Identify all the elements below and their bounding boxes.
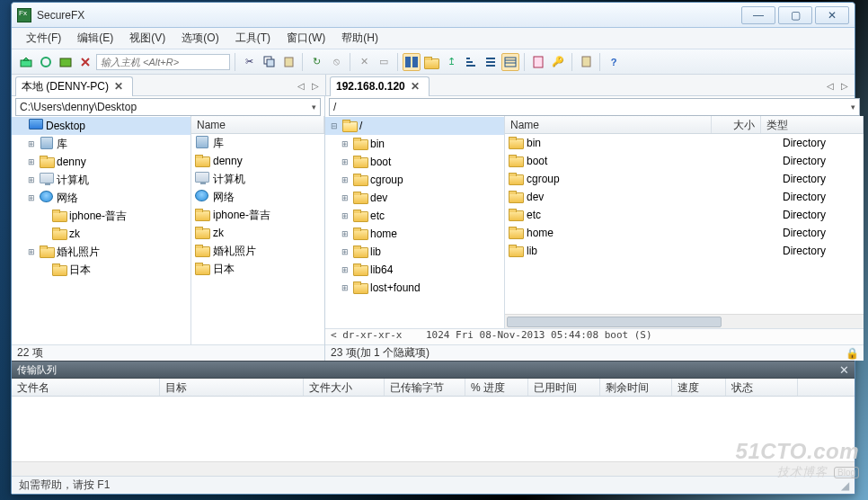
- tb-quick-connect-icon[interactable]: [17, 53, 35, 71]
- tree-node[interactable]: ⊞ bin: [325, 135, 504, 153]
- tb-session-icon[interactable]: [57, 53, 75, 71]
- tree-node[interactable]: ⊞ 计算机: [12, 171, 190, 189]
- transfer-queue-hscrollbar[interactable]: [12, 461, 855, 476]
- column-size[interactable]: 大小: [712, 116, 761, 133]
- close-icon[interactable]: ✕: [839, 363, 849, 377]
- tree-node[interactable]: ⊞ lost+found: [325, 279, 504, 297]
- local-path-combo[interactable]: C:\Users\denny\Desktop ▾: [15, 98, 321, 116]
- local-list[interactable]: 库 denny 计算机 网络 iphone-普吉 zk 婚礼照片 日本: [191, 134, 324, 344]
- tb-rename-icon[interactable]: ▭: [375, 53, 393, 71]
- expando-icon[interactable]: ⊞: [26, 175, 37, 184]
- column-type[interactable]: 类型: [761, 116, 864, 133]
- close-icon[interactable]: ✕: [409, 80, 421, 93]
- tab-remote[interactable]: 192.168.0.120 ✕: [330, 76, 430, 96]
- list-item[interactable]: 日本: [191, 260, 324, 278]
- tb-help-icon[interactable]: ?: [605, 53, 623, 71]
- tb-properties-icon[interactable]: [529, 53, 547, 71]
- tab-local[interactable]: 本地 (DENNY-PC) ✕: [15, 76, 133, 96]
- tb-copy-icon[interactable]: [260, 53, 278, 71]
- tree-node[interactable]: ⊞ 网络: [12, 189, 190, 207]
- expando-icon[interactable]: ⊞: [340, 157, 350, 166]
- list-item[interactable]: zk: [191, 224, 324, 242]
- tree-node[interactable]: ⊞ boot: [325, 153, 504, 171]
- expando-icon[interactable]: ⊞: [340, 265, 350, 274]
- tb-bookmark-icon[interactable]: [577, 53, 595, 71]
- list-item[interactable]: denny: [191, 152, 324, 170]
- column-name[interactable]: Name: [505, 116, 712, 133]
- expando-icon[interactable]: ⊞: [340, 139, 350, 148]
- queue-column[interactable]: 状态: [726, 379, 798, 396]
- expando-icon[interactable]: ⊞: [26, 193, 37, 202]
- expando-icon[interactable]: ⊞: [340, 283, 350, 292]
- tb-upload-icon[interactable]: ↥: [442, 53, 460, 71]
- expando-icon[interactable]: ⊞: [340, 229, 350, 238]
- expando-icon[interactable]: ⊞: [26, 139, 37, 148]
- tb-reconnect-icon[interactable]: [37, 53, 55, 71]
- tabs-next-icon[interactable]: ▷: [838, 78, 851, 93]
- list-item[interactable]: boot Directory: [505, 152, 864, 170]
- tree-node[interactable]: ⊞ denny: [12, 153, 190, 171]
- tree-node[interactable]: ⊞ lib64: [325, 261, 504, 279]
- tb-disconnect-icon[interactable]: [76, 53, 94, 71]
- menu-help[interactable]: 帮助(H): [334, 29, 385, 48]
- resize-grip-icon[interactable]: ◢: [841, 479, 847, 492]
- close-icon[interactable]: ✕: [112, 80, 125, 93]
- tb-tree-icon[interactable]: [462, 53, 480, 71]
- menu-tools[interactable]: 工具(T): [228, 29, 278, 48]
- expando-icon[interactable]: ⊞: [26, 247, 37, 256]
- tree-node[interactable]: ⊞ cgroup: [325, 171, 504, 189]
- tb-key-icon[interactable]: 🔑: [549, 53, 567, 71]
- menu-window[interactable]: 窗口(W): [279, 29, 332, 48]
- minimize-button[interactable]: —: [741, 6, 775, 24]
- queue-column[interactable]: 文件大小: [304, 379, 385, 396]
- menu-options[interactable]: 选项(O): [174, 29, 226, 48]
- tabs-next-icon[interactable]: ▷: [309, 78, 322, 93]
- tb-stop-icon[interactable]: ⦸: [327, 53, 345, 71]
- tree-node[interactable]: ⊞ home: [325, 225, 504, 243]
- queue-column[interactable]: 速度: [672, 379, 726, 396]
- list-item[interactable]: lib Directory: [505, 242, 864, 260]
- tree-node[interactable]: iphone-普吉: [12, 207, 190, 225]
- maximize-button[interactable]: ▢: [778, 6, 812, 24]
- expando-icon[interactable]: ⊞: [340, 247, 350, 256]
- tree-node[interactable]: ⊞ etc: [325, 207, 504, 225]
- menu-file[interactable]: 文件(F): [19, 29, 68, 48]
- list-item[interactable]: bin Directory: [505, 134, 864, 152]
- queue-column[interactable]: 目标: [160, 379, 304, 396]
- local-tree[interactable]: Desktop ⊞ 库 ⊞ denny ⊞ 计算机 ⊞ 网络 iphone-普吉: [12, 116, 190, 344]
- expando-icon[interactable]: ⊞: [340, 211, 350, 220]
- tree-node[interactable]: ⊞ 库: [12, 135, 190, 153]
- remote-path-combo[interactable]: / ▾: [329, 98, 860, 116]
- tb-refresh-icon[interactable]: ↻: [307, 53, 325, 71]
- queue-column[interactable]: 文件名: [12, 379, 160, 396]
- list-item[interactable]: etc Directory: [505, 206, 864, 224]
- remote-list[interactable]: bin Directory boot Directory cgroup Dire…: [505, 134, 864, 314]
- list-item[interactable]: iphone-普吉: [191, 206, 324, 224]
- tb-paste-icon[interactable]: [279, 53, 297, 71]
- list-item[interactable]: 网络: [191, 188, 324, 206]
- list-item[interactable]: 婚礼照片: [191, 242, 324, 260]
- tb-delete-icon[interactable]: ✕: [355, 53, 373, 71]
- tabs-prev-icon[interactable]: ◁: [824, 78, 837, 93]
- tree-node[interactable]: ⊞ 婚礼照片: [12, 243, 190, 261]
- queue-column[interactable]: 剩余时间: [600, 379, 672, 396]
- tb-cut-icon[interactable]: ✂: [240, 53, 258, 71]
- list-item[interactable]: 库: [191, 134, 324, 152]
- menu-edit[interactable]: 编辑(E): [70, 29, 120, 48]
- transfer-queue-body[interactable]: [12, 397, 855, 461]
- list-item[interactable]: 计算机: [191, 170, 324, 188]
- queue-column[interactable]: 已用时间: [528, 379, 600, 396]
- queue-column[interactable]: 已传输字节: [385, 379, 465, 396]
- tabs-prev-icon[interactable]: ◁: [295, 78, 307, 93]
- tree-node[interactable]: Desktop: [12, 117, 190, 135]
- tb-new-folder-icon[interactable]: [422, 53, 440, 71]
- expando-icon[interactable]: ⊟: [329, 121, 340, 130]
- remote-tree[interactable]: ⊟ / ⊞ bin ⊞ boot ⊞ cgroup ⊞ dev ⊞ etc: [325, 116, 504, 328]
- column-name[interactable]: Name: [191, 116, 324, 133]
- tb-details-icon[interactable]: [501, 53, 519, 71]
- tb-two-pane-icon[interactable]: [403, 53, 421, 71]
- close-button[interactable]: ✕: [815, 6, 849, 24]
- list-item[interactable]: cgroup Directory: [505, 170, 864, 188]
- expando-icon[interactable]: ⊞: [340, 175, 350, 184]
- tree-node[interactable]: ⊟ /: [325, 117, 504, 135]
